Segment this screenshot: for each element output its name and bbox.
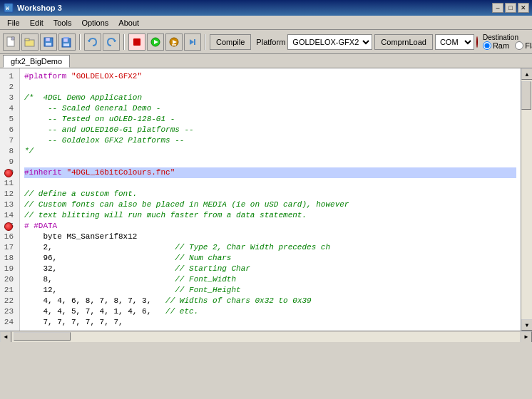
code-line-7: -- Goldelox GFX2 Platforms -- [24,135,516,146]
editor-wrapper: 123456789101112131415161718192021222324 … [0,68,532,342]
line-number-10: 10 [3,167,16,178]
svg-marker-21 [190,39,194,45]
destination-ram-radio[interactable] [483,41,491,50]
undo-button[interactable] [84,33,101,51]
close-button[interactable]: ✕ [518,3,529,13]
code-line-24: 7, 7, 7, 7, 7, 7, [24,317,516,328]
open-button[interactable] [21,33,39,51]
code-area[interactable]: #platform "GOLDELOX-GFX2"/* 4DGL Demo Ap… [20,68,521,331]
code-line-12: // define a custom font. [24,189,516,200]
platform-select[interactable]: GOLDELOX-GFX2 [287,34,372,50]
code-line-9 [24,157,516,167]
line-number-11: 11 [3,178,16,189]
scroll-track[interactable] [521,80,532,319]
h-scroll-thumb[interactable] [14,332,71,341]
line-number-14: 14 [3,210,16,221]
destination-flash-label: Flash [525,41,532,50]
code-line-11 [24,178,516,189]
line-number-5: 5 [3,114,16,125]
code-line-8: */ [24,146,516,157]
scroll-right-button[interactable]: ▶ [521,331,532,343]
code-line-13: // Custom fonts can also be placed in ME… [24,200,516,210]
destination-group: Destination Ram Flash [483,33,532,50]
code-line-16: byte MS_SanSerif8x12 [24,232,516,242]
menu-tools[interactable]: Tools [49,17,76,28]
line-number-23: 23 [3,306,16,317]
svg-marker-13 [88,40,91,42]
h-scroll-track[interactable] [12,332,520,342]
window-controls: – □ ✕ [492,3,529,13]
line-numbers: 123456789101112131415161718192021222324 [0,68,20,331]
code-line-2 [24,82,516,93]
saveall-button[interactable] [58,33,76,51]
redo-button[interactable] [103,33,120,51]
line-number-15: 15 [3,221,16,232]
undo-redo-buttons [84,33,120,51]
line-number-2: 2 [3,82,16,93]
file-buttons [3,33,76,51]
svg-rect-15 [133,38,140,46]
run-buttons [128,33,201,51]
svg-rect-5 [25,38,29,41]
code-line-22: 4, 4, 6, 8, 7, 8, 7, 3, // Widths of cha… [24,296,516,306]
svg-rect-8 [46,43,51,46]
line-number-21: 21 [3,285,16,296]
title-bar: W Workshop 3 – □ ✕ [0,0,532,16]
svg-rect-12 [63,37,69,38]
code-line-19: 32, // Starting Char [24,264,516,274]
line-number-6: 6 [3,125,16,135]
line-number-18: 18 [3,253,16,264]
line-number-22: 22 [3,296,16,306]
destination-label: Destination [483,33,518,41]
svg-rect-7 [46,38,50,41]
save-button[interactable] [40,33,57,51]
tab-gfx2-bigdemo[interactable]: gfx2_BigDemo [3,55,70,68]
line-number-16: 16 [3,232,16,242]
scroll-down-button[interactable]: ▼ [521,319,532,331]
tab-bar: gfx2_BigDemo [0,54,532,68]
com-select[interactable]: COM 3 COM 1 COM 2 COM 4 [435,34,474,50]
toolbar: Compile Platform GOLDELOX-GFX2 ComprnLoa… [0,30,532,54]
minimize-button[interactable]: – [492,3,503,13]
destination-ram-option[interactable]: Ram [483,41,509,50]
comprn-load-button[interactable]: ComprnLoad [374,34,433,50]
scroll-left-button[interactable]: ◀ [0,331,11,343]
scroll-up-button[interactable]: ▲ [521,68,532,80]
separator-1 [79,34,81,50]
svg-rect-10 [63,38,68,42]
line-number-9: 9 [3,157,16,167]
line-number-24: 24 [3,317,16,328]
line-number-3: 3 [3,93,16,103]
svg-marker-14 [113,40,116,42]
run-button[interactable] [147,33,164,51]
menu-file[interactable]: File [3,17,24,28]
maximize-button[interactable]: □ [505,3,516,13]
scroll-thumb[interactable] [521,81,531,110]
separator-3 [205,34,206,50]
code-line-4: -- Scaled General Demo - [24,103,516,114]
destination-flash-option[interactable]: Flash [515,41,532,50]
svg-rect-11 [63,43,69,46]
code-line-15: # #DATA [24,221,516,232]
destination-ram-label: Ram [493,41,509,50]
separator-2 [123,34,125,50]
debug-button[interactable] [165,33,183,51]
destination-flash-radio[interactable] [515,41,523,50]
code-line-1: #platform "GOLDELOX-GFX2" [24,71,516,82]
menu-about[interactable]: About [114,17,143,28]
connection-indicator[interactable] [476,36,478,48]
compile-button[interactable]: Compile [210,34,251,50]
menu-options[interactable]: Options [77,17,113,28]
platform-label: Platform [256,38,285,46]
code-line-18: 96, // Num chars [24,253,516,264]
code-line-20: 8, // Font_Width [24,274,516,285]
menu-edit[interactable]: Edit [26,17,48,28]
svg-text:W: W [6,5,9,11]
new-button[interactable] [3,33,20,51]
step-button[interactable] [184,33,201,51]
code-line-17: 2, // Type 2, Char Width precedes ch [24,242,516,253]
line-number-17: 17 [3,242,16,253]
line-number-8: 8 [3,146,16,157]
app-icon: W [3,2,14,14]
stop-button[interactable] [128,33,145,51]
